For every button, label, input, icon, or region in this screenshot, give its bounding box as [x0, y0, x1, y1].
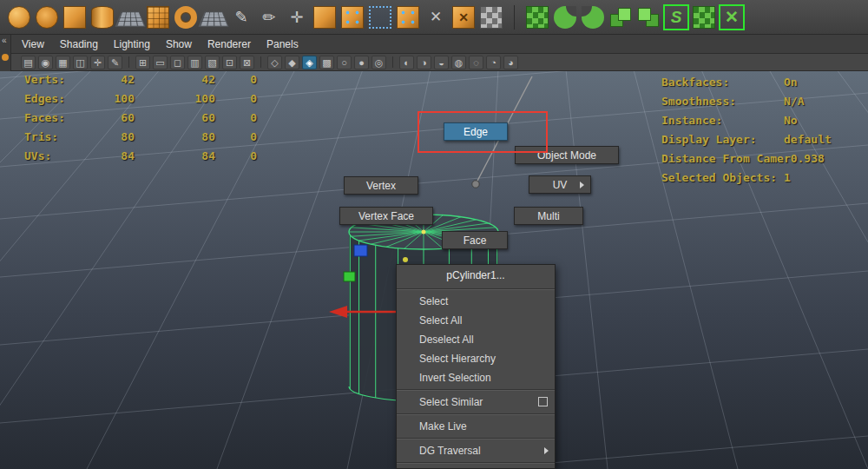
marking-menu-uv[interactable]: UV: [529, 175, 591, 194]
bridge-curve-icon[interactable]: [665, 6, 687, 29]
poly-cylinder-icon[interactable]: [91, 6, 114, 29]
mirror-cross-icon[interactable]: [720, 6, 743, 29]
hud-label: UVs:: [24, 149, 51, 162]
shaded-mode-icon[interactable]: ◆: [285, 56, 299, 69]
menu-view[interactable]: View: [14, 35, 52, 54]
dof-icon[interactable]: ◒: [434, 56, 449, 69]
pan-zoom-icon[interactable]: ✛: [90, 56, 105, 69]
hud-label: Instance:: [661, 111, 722, 130]
delete-face-icon[interactable]: [452, 6, 475, 29]
selection-box-icon[interactable]: [369, 6, 391, 29]
marking-menu-multi[interactable]: Multi: [514, 207, 583, 225]
smooth-checker-icon[interactable]: [693, 6, 715, 29]
gate-mask-icon[interactable]: ▥: [187, 56, 202, 69]
quad-draw-checker-icon[interactable]: [526, 6, 549, 29]
safe-title-icon[interactable]: ⊠: [240, 56, 254, 69]
bevel-cube-icon[interactable]: [313, 6, 336, 29]
multi-cut-grid-icon[interactable]: [480, 6, 503, 29]
safe-action-icon[interactable]: ⊡: [222, 56, 237, 69]
select-camera-icon[interactable]: ▤: [21, 56, 36, 69]
boolean-difference-icon[interactable]: [554, 6, 576, 29]
menu-item-select-all[interactable]: Select All: [397, 311, 555, 330]
xray-icon[interactable]: ◍: [451, 56, 466, 69]
menu-item-make-live[interactable]: Make Live: [397, 417, 555, 436]
field-chart-icon[interactable]: ▧: [205, 56, 220, 69]
hud-value: On: [784, 73, 798, 92]
hud-value-1: 60: [95, 111, 135, 124]
image-plane-icon[interactable]: ◫: [73, 56, 88, 69]
shadows-icon[interactable]: ●: [354, 56, 369, 69]
motion-blur-icon[interactable]: ◐: [399, 56, 414, 69]
menu-item-deselect-all[interactable]: Deselect All: [397, 330, 555, 349]
menu-show[interactable]: Show: [158, 35, 200, 54]
menu-item-invert-selection[interactable]: Invert Selection: [397, 368, 555, 387]
polygons-shelf: [0, 0, 868, 35]
poly-cube-icon[interactable]: [63, 6, 86, 29]
grease-pencil-icon[interactable]: ✎: [108, 56, 122, 69]
wireframe-mode-icon[interactable]: ◇: [267, 56, 282, 69]
hud-row: Verts: 42 42 0: [24, 73, 263, 92]
separate-icon[interactable]: [637, 6, 660, 29]
hud-row: UVs: 84 84 0: [24, 149, 263, 168]
marking-menu-vertex[interactable]: Vertex: [344, 176, 418, 195]
shelf-tab-icon[interactable]: [2, 54, 9, 61]
ao-icon[interactable]: ◎: [372, 56, 386, 69]
component-cube-icon[interactable]: [397, 6, 419, 29]
hud-value-3: 0: [233, 92, 257, 105]
poly-torus-icon[interactable]: [174, 6, 197, 29]
subdiv-cube-icon[interactable]: [147, 6, 169, 29]
menu-renderer[interactable]: Renderer: [200, 35, 259, 54]
gamma-icon[interactable]: ◕: [503, 56, 518, 69]
hud-value-3: 0: [233, 73, 257, 86]
poly-sphere-icon[interactable]: [8, 6, 30, 29]
hud-label: Edges:: [24, 92, 65, 105]
extrude-icon[interactable]: [341, 6, 364, 29]
poly-plane-icon[interactable]: [115, 11, 146, 26]
isolate-select-icon[interactable]: ◌: [469, 56, 483, 69]
create-polygon-tool-icon[interactable]: [230, 6, 253, 29]
camera-attributes-icon[interactable]: ◉: [38, 56, 53, 69]
multisample-icon[interactable]: ◑: [417, 56, 431, 69]
combine-icon[interactable]: [609, 6, 632, 29]
exposure-icon[interactable]: ◔: [486, 56, 501, 69]
menu-separator: [397, 413, 555, 415]
collapse-chevron-icon[interactable]: [2, 36, 7, 45]
hud-label: Selected Objects:: [661, 168, 777, 188]
marking-menu-face[interactable]: Face: [442, 231, 508, 249]
marking-menu-vertex-face[interactable]: Vertex Face: [339, 207, 433, 225]
lighting-icon[interactable]: ○: [337, 56, 352, 69]
menu-shading[interactable]: Shading: [52, 35, 106, 54]
shaded-wireframe-icon[interactable]: ◈: [302, 56, 317, 69]
viewport[interactable]: Verts: 42 42 0 Edges: 100 100 0 Faces: 6…: [0, 71, 868, 469]
option-box-icon[interactable]: [538, 397, 548, 406]
resolution-gate-icon[interactable]: ◻: [170, 56, 185, 69]
poly-grid-icon[interactable]: [199, 11, 229, 26]
hud-label: Smoothness:: [661, 92, 736, 111]
menu-item-select-similar[interactable]: Select Similar: [397, 393, 555, 412]
bookmarks-icon[interactable]: ▦: [56, 56, 70, 69]
smooth-sphere-icon[interactable]: [36, 6, 58, 29]
panel-left-strip: [0, 35, 11, 71]
hud-value-2: 42: [163, 73, 215, 86]
film-gate-icon[interactable]: ▭: [153, 56, 168, 69]
delete-x-icon[interactable]: [424, 6, 447, 29]
menu-lighting[interactable]: Lighting: [106, 35, 158, 54]
textured-mode-icon[interactable]: ▩: [319, 56, 334, 69]
menu-panels[interactable]: Panels: [259, 35, 306, 54]
menu-item-select-hierarchy[interactable]: Select Hierarchy: [397, 349, 555, 368]
menu-item-select[interactable]: Select: [397, 292, 555, 311]
menu-item-partial[interactable]: Inputs: [397, 466, 555, 469]
menu-item-label: Select Similar: [419, 396, 483, 408]
hud-label: Tris:: [24, 130, 58, 143]
cross-arrows-icon[interactable]: [286, 6, 308, 29]
hud-object-details: Backfaces: On Smoothness: N/A Instance: …: [661, 73, 865, 188]
hud-value-1: 100: [95, 92, 135, 105]
hud-value-2: 80: [163, 130, 215, 143]
menu-item-dg-traversal[interactable]: DG Traversal: [397, 441, 555, 460]
grid-toggle-icon[interactable]: ⊞: [135, 56, 150, 69]
submenu-arrow-icon: [580, 182, 584, 188]
viewport-toolbar: ▤ ◉ ▦ ◫ ✛ ✎ ⊞ ▭ ◻ ▥ ▧ ⊡ ⊠ ◇ ◆ ◈ ▩ ○ ● ◎ …: [0, 54, 868, 71]
hud-value-3: 0: [233, 111, 257, 124]
boolean-intersection-icon[interactable]: [582, 6, 604, 29]
pencil-curve-tool-icon[interactable]: [258, 6, 280, 29]
